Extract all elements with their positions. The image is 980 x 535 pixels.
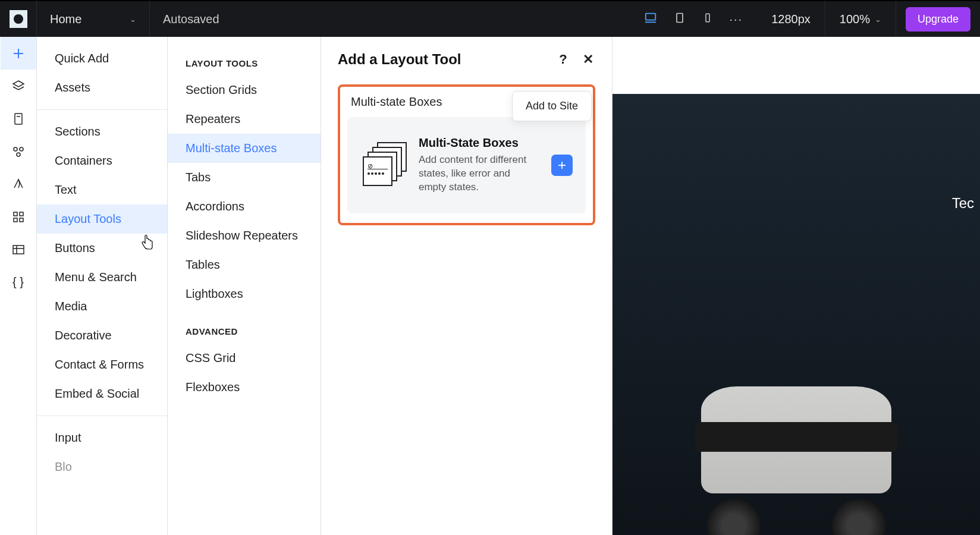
svg-rect-12 (14, 212, 17, 216)
panel2-heading-advanced: ADVANCED (168, 319, 321, 344)
panel-item-blog[interactable]: Blo (37, 452, 167, 482)
svg-point-9 (14, 147, 17, 151)
panel-item-contact-forms[interactable]: Contact & Forms (37, 350, 167, 379)
rail-styles[interactable] (1, 168, 36, 200)
rail-apps[interactable] (1, 200, 36, 233)
add-panel: Quick Add Assets Sections Containers Tex… (37, 37, 168, 535)
panel-item-layout-tools[interactable]: Layout Tools (37, 204, 167, 234)
desktop-icon[interactable] (644, 11, 657, 27)
chevron-down-icon: ⌄ (130, 15, 136, 24)
topbar: Home ⌄ Autosaved ··· 1280px 100% ⌄ Upgra… (0, 0, 980, 37)
rail-layers[interactable] (1, 70, 36, 102)
svg-rect-15 (20, 218, 23, 222)
panel-item-embed-social[interactable]: Embed & Social (37, 379, 167, 408)
svg-rect-13 (20, 212, 23, 216)
robot-image (683, 369, 909, 535)
svg-marker-6 (13, 81, 24, 87)
add-button[interactable]: + (551, 155, 573, 176)
add-to-site-tooltip: Add to Site (512, 91, 592, 121)
panel-group-2: Sections Containers Text Layout Tools Bu… (37, 110, 167, 416)
detail-panel: Add a Layout Tool ? ✕ Multi-state Boxes … (321, 37, 612, 535)
tablet-icon[interactable] (674, 12, 686, 26)
device-switcher: ··· (630, 11, 758, 27)
panel-item-sections[interactable]: Sections (37, 117, 167, 146)
svg-rect-2 (677, 14, 683, 23)
canvas-width[interactable]: 1280px (757, 1, 825, 37)
svg-point-11 (17, 153, 20, 156)
detail-header: Add a Layout Tool ? ✕ (338, 51, 595, 68)
more-icon[interactable]: ··· (730, 12, 743, 26)
workspace: { } Quick Add Assets Sections Containers… (0, 37, 980, 535)
panel-item-quick-add[interactable]: Quick Add (37, 44, 167, 73)
panel-item-assets[interactable]: Assets (37, 73, 167, 102)
panel-item-buttons[interactable]: Buttons (37, 234, 167, 263)
multistate-icon (360, 142, 407, 188)
page-selector[interactable]: Home ⌄ (37, 1, 150, 37)
autosave-status: Autosaved (150, 12, 630, 26)
zoom-value: 100% (840, 12, 870, 26)
canvas-preview: Tec (612, 94, 980, 535)
panel-item-decorative[interactable]: Decorative (37, 321, 167, 350)
mobile-icon[interactable] (702, 12, 713, 26)
detail-title: Add a Layout Tool (338, 51, 461, 68)
svg-rect-14 (14, 218, 17, 222)
panel-item-media[interactable]: Media (37, 292, 167, 321)
panel2-flexboxes[interactable]: Flexboxes (168, 373, 321, 402)
page-name: Home (50, 12, 81, 26)
card-description: Add content for different states, like e… (419, 153, 539, 194)
zoom-selector[interactable]: 100% ⌄ (825, 1, 896, 37)
panel2-multistate-boxes[interactable]: Multi-state Boxes (168, 134, 321, 163)
svg-rect-3 (706, 14, 709, 22)
panel2-accordions[interactable]: Accordions (168, 192, 321, 221)
close-icon[interactable]: ✕ (581, 52, 595, 67)
panel2-section-grids[interactable]: Section Grids (168, 75, 321, 105)
upgrade-button[interactable]: Upgrade (906, 7, 970, 32)
highlight-region: Multi-state Boxes i Add to Site Multi-St… (338, 84, 595, 225)
canvas-text-fragment: Tec (952, 195, 974, 212)
panel2-css-grid[interactable]: CSS Grid (168, 344, 321, 373)
panel2-tabs[interactable]: Tabs (168, 163, 321, 192)
svg-point-10 (20, 147, 23, 151)
panel2-slideshow-repeaters[interactable]: Slideshow Repeaters (168, 221, 321, 250)
panel2-lightboxes[interactable]: Lightboxes (168, 279, 321, 309)
rail-cms[interactable] (1, 233, 36, 266)
rail-code[interactable]: { } (1, 266, 36, 298)
panel-item-input[interactable]: Input (37, 423, 167, 452)
rail-pages[interactable] (1, 102, 36, 135)
svg-rect-16 (13, 246, 24, 254)
panel-group-1: Quick Add Assets (37, 37, 167, 110)
svg-rect-0 (645, 14, 655, 20)
tool-rail: { } (0, 37, 37, 535)
help-icon[interactable]: ? (556, 52, 570, 67)
rail-add[interactable] (1, 37, 36, 70)
panel-item-containers[interactable]: Containers (37, 146, 167, 175)
svg-rect-7 (15, 114, 22, 124)
logo-icon (10, 10, 27, 28)
panel2-tables[interactable]: Tables (168, 250, 321, 279)
card-title: Multi-State Boxes (419, 136, 539, 150)
panel-item-text[interactable]: Text (37, 175, 167, 204)
layout-tools-panel: LAYOUT TOOLS Section Grids Repeaters Mul… (168, 37, 321, 535)
rail-integrations[interactable] (1, 135, 36, 168)
panel2-heading-layout: LAYOUT TOOLS (168, 51, 321, 75)
panel-group-3: Input Blo (37, 416, 167, 489)
canvas[interactable]: Tec (612, 37, 980, 535)
section-name: Multi-state Boxes (351, 95, 442, 109)
braces-icon: { } (12, 275, 24, 289)
logo[interactable] (0, 1, 37, 37)
element-card[interactable]: Add to Site Multi-State Boxes Add conten… (347, 117, 586, 213)
panel-item-menu-search[interactable]: Menu & Search (37, 263, 167, 292)
panel2-repeaters[interactable]: Repeaters (168, 105, 321, 134)
chevron-down-icon: ⌄ (875, 15, 881, 24)
